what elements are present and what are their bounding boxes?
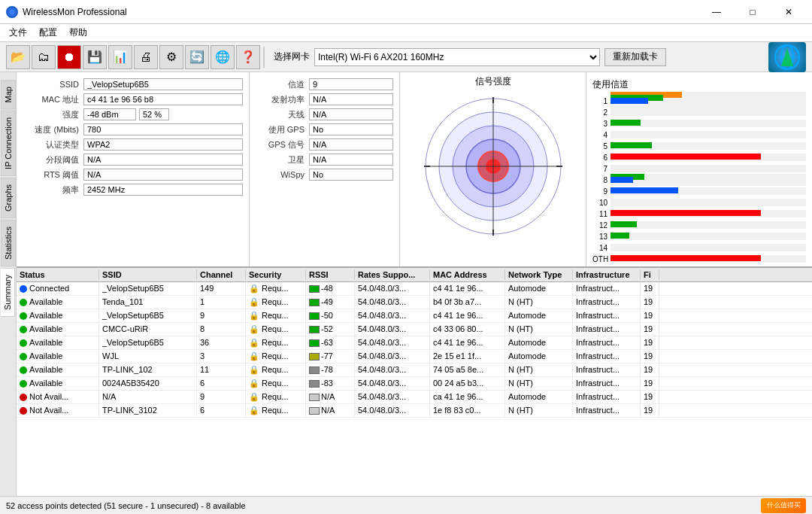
tab-ip-connection[interactable]: IP Connection [1,111,16,176]
channel-number: 12 [592,221,607,230]
maximize-button[interactable]: □ [735,0,770,24]
tool-refresh[interactable]: 🔄 [185,45,209,69]
close-button[interactable]: ✕ [771,0,806,24]
channel-row: 13 [592,231,806,242]
auth-label: 认证类型 [23,139,79,151]
col-header-mac[interactable]: MAC Address [430,269,505,280]
cell-fi: 19 [641,282,659,295]
table-body: Connected_VelopSetup6B5149🔒 Requ...-4854… [17,282,812,496]
cell-rssi: N/A [306,404,355,417]
menu-help[interactable]: 帮助 [63,25,93,41]
channel-bar [611,233,629,239]
col-header-rates[interactable]: Rates Suppo... [355,269,430,280]
cell-mac: c4 41 1e 96... [430,282,505,295]
col-header-rssi[interactable]: RSSI [306,269,355,280]
channel-row: 10 [592,197,806,208]
cell-channel: 11 [197,363,246,376]
table-row[interactable]: Connected_VelopSetup6B5149🔒 Requ...-4854… [17,282,812,296]
table-row[interactable]: Available0024A5B354206🔒 Requ...-8354.0/4… [17,377,812,391]
table-row[interactable]: Available_VelopSetup6B59🔒 Requ...-5054.0… [17,309,812,323]
cell-fi: 19 [641,309,659,322]
tab-map[interactable]: Map [1,80,16,109]
title-bar-controls: — □ ✕ [699,0,806,24]
tab-graphs[interactable]: Graphs [1,178,16,218]
channel-row: 信道 9 [256,78,393,90]
nic-select[interactable]: Intel(R) Wi-Fi 6 AX201 160MHz [314,48,600,66]
cell-nettype: N (HT) [505,323,573,336]
table-row[interactable]: AvailableTenda_1011🔒 Requ...-4954.0/48.0… [17,296,812,309]
cell-rates: 54.0/48.0/3... [355,323,430,336]
tool-export[interactable]: 📊 [108,45,132,69]
cell-channel: 9 [197,309,246,322]
menu-file[interactable]: 文件 [3,25,33,41]
cell-channel: 3 [197,350,246,363]
cell-ssid: CMCC-uRiR [99,323,197,336]
gps-signal-value: N/A [309,138,393,151]
tool-record[interactable]: ⏺ [57,45,81,69]
top-panel: SSID _VelopSetup6B5 MAC 地址 c4 41 1e 96 5… [17,72,812,268]
cell-ssid: Tenda_101 [99,296,197,309]
main-content: Map IP Connection Graphs Statistics Summ… [0,72,812,496]
col-header-fi[interactable]: Fi [641,269,659,280]
title-bar-left: WirelessMon Professional [6,6,127,18]
network-table: StatusSSIDChannelSecurityRSSIRates Suppo… [17,268,812,496]
tab-summary[interactable]: Summary [1,268,15,317]
cell-fi: 19 [641,363,659,376]
col-header-status[interactable]: Status [17,269,99,280]
tool-config[interactable]: ⚙ [159,45,183,69]
table-row[interactable]: AvailableWJL3🔒 Requ...-7754.0/48.0/3...2… [17,350,812,363]
table-row[interactable]: Available_VelopSetup6B536🔒 Requ...-6354.… [17,336,812,350]
cell-infra: Infrastruct... [573,377,641,390]
channel-bar-container [611,221,806,229]
speed-value: 780 [83,123,243,135]
channel-row: 8 [592,175,806,185]
strength-pct: 52 % [139,108,169,120]
tab-statistics[interactable]: Statistics [1,220,16,266]
tool-folder[interactable]: 🗂 [32,45,56,69]
cell-rssi: -83 [306,377,355,390]
cell-nettype: Automode [505,336,573,349]
rts-row: RTS 阈值 N/A [23,169,243,181]
cell-ssid: 0024A5B35420 [99,377,197,390]
cell-status: Available [17,377,99,390]
tool-globe[interactable]: 🌐 [211,45,235,69]
title-bar: WirelessMon Professional — □ ✕ [0,0,812,24]
reload-button[interactable]: 重新加载卡 [604,48,666,66]
app-logo [768,42,806,72]
col-header-security[interactable]: Security [246,269,306,280]
cell-fi: 19 [641,377,659,390]
table-row[interactable]: Not Avail...N/A9🔒 Requ...N/A54.0/48.0/3.… [17,391,812,404]
side-tabs: Map IP Connection Graphs Statistics Summ… [0,72,17,496]
cell-fi: 19 [641,296,659,309]
col-header-channel[interactable]: Channel [197,269,246,280]
col-header-nettype[interactable]: Network Type [505,269,573,280]
channel-row: 11 [592,208,806,219]
channel-number: 8 [592,176,607,184]
channel-bar-container [611,154,806,161]
tool-open[interactable]: 📂 [6,45,30,69]
watermark-text: 什么值得买 [767,500,801,510]
tool-help[interactable]: ❓ [236,45,260,69]
threshold-label: 分段阈值 [23,154,79,166]
nic-section: 选择网卡 Intel(R) Wi-Fi 6 AX201 160MHz 重新加载卡 [274,48,666,66]
cell-security: 🔒 Requ... [246,363,306,376]
tool-print[interactable]: 🖨 [134,45,158,69]
minimize-button[interactable]: — [699,0,734,24]
table-row[interactable]: Not Avail...TP-LINK_31026🔒 Requ...N/A54.… [17,404,812,418]
menu-config[interactable]: 配置 [33,25,63,41]
table-row[interactable]: AvailableTP-LINK_10211🔒 Requ...-7854.0/4… [17,363,812,377]
tool-save[interactable]: 💾 [83,45,107,69]
cell-mac: ca 41 1e 96... [430,391,505,403]
table-row[interactable]: AvailableCMCC-uRiR8🔒 Requ...-5254.0/48.0… [17,323,812,336]
cell-mac: b4 0f 3b a7... [430,296,505,309]
cell-ssid: N/A [99,391,197,403]
col-header-infra[interactable]: Infrastructure [573,269,641,280]
col-header-ssid[interactable]: SSID [99,269,197,280]
cell-rssi: -63 [306,336,355,349]
channel-bar-container [611,210,806,217]
radar-title: 信号强度 [475,75,511,88]
channel-number: 1 [592,97,607,105]
cell-infra: Infrastruct... [573,309,641,322]
channel-number: 6 [592,154,607,162]
mac-label: MAC 地址 [23,94,79,105]
